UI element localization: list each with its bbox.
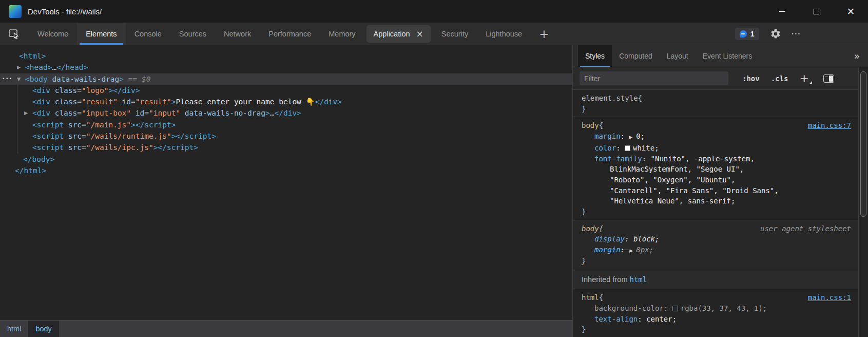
styles-scrollbar[interactable]: [858, 67, 868, 337]
expand-arrow-right-icon[interactable]: ▶: [24, 107, 28, 119]
stylesheet-link[interactable]: main.css:1: [808, 292, 851, 303]
maximize-button[interactable]: [799, 0, 834, 23]
css-selector[interactable]: body: [582, 120, 599, 131]
color-swatch[interactable]: [672, 306, 678, 311]
expand-arrow-right-icon[interactable]: ▶: [17, 62, 21, 73]
code-token-text: Please enter your name below: [176, 98, 305, 106]
sidebar-tab-layout[interactable]: Layout: [660, 45, 696, 67]
tree-row[interactable]: <html>: [0, 50, 572, 62]
css-selector[interactable]: body: [582, 223, 599, 234]
rule-selector-line[interactable]: html {main.css:1: [573, 292, 858, 303]
tree-row[interactable]: </body>: [0, 154, 572, 165]
expand-longhands-icon[interactable]: ▶: [629, 135, 632, 140]
new-style-rule-button[interactable]: +: [799, 72, 812, 85]
property-colon: :: [638, 315, 646, 323]
toolbar-right-actions: 1 •••: [735, 28, 868, 40]
toggle-class-button[interactable]: .cls: [771, 74, 788, 83]
issues-bubble-icon: [740, 30, 747, 38]
node-options-dots[interactable]: •••: [2, 73, 13, 84]
code-token-eq: =: [77, 109, 82, 117]
code-token-val: "result": [136, 98, 171, 106]
tab-label: Welcome: [37, 30, 68, 38]
sidebar-tab-event-listeners[interactable]: Event Listeners: [696, 45, 760, 67]
code-token-val: "/wails/ipc.js": [86, 143, 153, 152]
tab-performance[interactable]: Performance: [260, 23, 320, 45]
rule-selector-line[interactable]: element.style {: [573, 93, 858, 104]
css-property-margin[interactable]: margin: ▶0;: [573, 131, 858, 143]
tab-label: Application: [374, 30, 410, 38]
dock-sidebar-icon[interactable]: [823, 74, 834, 83]
code-token-tag: ></script>: [171, 132, 216, 140]
tree-row[interactable]: <script src="/main.js"></script>: [0, 119, 572, 130]
rule-selector-line[interactable]: body {main.css:7: [573, 120, 858, 131]
code-token-eq: =: [82, 143, 86, 152]
property-value: white;: [633, 144, 659, 152]
expand-longhands-icon[interactable]: ▶: [629, 248, 632, 253]
css-selector[interactable]: element.style: [582, 93, 638, 104]
code-token-attr: id: [118, 98, 131, 106]
code-token-tag: </html>: [15, 166, 46, 175]
tab-lighthouse[interactable]: Lighthouse: [477, 23, 531, 45]
code-token-tag: >: [119, 75, 124, 83]
inspect-element-button[interactable]: [5, 25, 23, 43]
tab-memory[interactable]: Memory: [320, 23, 364, 45]
issues-counter-button[interactable]: 1: [735, 28, 759, 40]
property-colon: :: [621, 132, 629, 140]
property-value: rgba(33, 37, 43, 1);: [681, 304, 767, 312]
css-property-text-align[interactable]: text-align: center;: [573, 314, 858, 325]
more-tabs-chevron-icon[interactable]: »: [854, 45, 868, 67]
css-selector[interactable]: html: [582, 292, 599, 303]
tree-row[interactable]: <script src="/wails/runtime.js"></script…: [0, 130, 572, 142]
code-token-val: "input-box": [82, 109, 131, 117]
code-token-tag: <script: [32, 143, 64, 152]
scrollbar-thumb[interactable]: [860, 71, 866, 217]
more-options-icon[interactable]: •••: [792, 31, 801, 36]
sidebar-tab-styles[interactable]: Styles: [578, 45, 612, 67]
tree-row[interactable]: ▶<div class="input-box" id="input" data-…: [0, 107, 572, 119]
tab-network[interactable]: Network: [215, 23, 260, 45]
tab-application[interactable]: Application×: [367, 25, 431, 43]
tree-row[interactable]: <div class="result" id="result">Please e…: [0, 96, 572, 107]
rule-selector-line[interactable]: body {user agent stylesheet: [573, 223, 858, 234]
crumb-html[interactable]: html: [0, 321, 28, 337]
color-swatch[interactable]: [625, 145, 630, 151]
stylesheet-link[interactable]: main.css:7: [808, 120, 851, 131]
css-property-font-family[interactable]: font-family: "Nunito", -apple-system,: [573, 154, 858, 164]
css-property-background-color[interactable]: background-color: rgba(33, 37, 43, 1);: [573, 303, 858, 314]
breadcrumb: htmlbody: [0, 320, 572, 337]
code-token-tag: </head>: [56, 63, 88, 71]
sidebar-tab-computed[interactable]: Computed: [612, 45, 660, 67]
css-property-display[interactable]: display: block;: [573, 234, 858, 245]
tab-console[interactable]: Console: [126, 23, 170, 45]
tab-elements[interactable]: Elements: [77, 23, 125, 45]
tab-security[interactable]: Security: [433, 23, 477, 45]
crumb-body[interactable]: body: [28, 321, 59, 337]
add-tab-button[interactable]: +: [532, 27, 556, 41]
style-rule-element-style: element.style {}: [573, 90, 858, 117]
minimize-button[interactable]: [765, 0, 799, 23]
close-brace: }: [573, 207, 858, 217]
tree-row[interactable]: </html>: [0, 165, 572, 176]
open-brace: {: [638, 93, 642, 104]
stylesheet-origin-note: user agent stylesheet: [760, 223, 851, 234]
inherited-node-link[interactable]: html: [630, 275, 647, 284]
tab-welcome[interactable]: Welcome: [29, 23, 77, 45]
expand-arrow-down-icon[interactable]: ▼: [17, 73, 21, 85]
tree-row[interactable]: <div class="logo"></div>: [0, 85, 572, 96]
close-brace: }: [573, 256, 858, 267]
tree-row[interactable]: •••▼<body data-wails-drag> == $0: [0, 73, 572, 85]
styles-filter-input[interactable]: [580, 71, 728, 85]
toggle-pseudo-state-button[interactable]: :hov: [742, 74, 760, 83]
tree-row[interactable]: ▶<head>…</head>: [0, 62, 572, 73]
tab-sources[interactable]: Sources: [170, 23, 215, 45]
css-property-color[interactable]: color: white;: [573, 143, 858, 154]
close-button[interactable]: ✕: [834, 0, 868, 23]
css-property-margin[interactable]: margin: ▶8px;: [573, 245, 858, 256]
code-token-tag: <html>: [19, 52, 46, 60]
tab-close-icon[interactable]: ×: [416, 29, 423, 39]
tree-row[interactable]: <script src="/wails/ipc.js"></script>: [0, 142, 572, 153]
code-token-tag: ></div>: [108, 86, 140, 95]
settings-gear-icon[interactable]: [770, 28, 781, 40]
tab-label: Network: [224, 30, 251, 38]
code-token-attr: data-wails-drag: [48, 75, 120, 83]
